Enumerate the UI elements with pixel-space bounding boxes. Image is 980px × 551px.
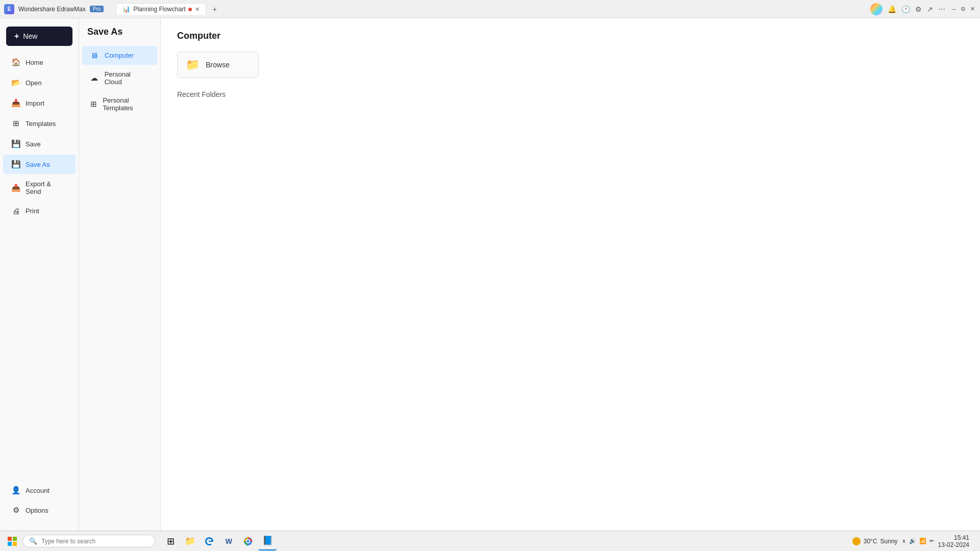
sidebar-item-options[interactable]: ⚙ Options (3, 500, 76, 520)
new-tab-button[interactable]: + (208, 3, 220, 15)
tray-arrow[interactable]: ∧ (902, 538, 906, 544)
tab-close-button[interactable]: ✕ (195, 6, 200, 13)
sidebar-item-print[interactable]: 🖨 Print (3, 202, 76, 220)
plus-icon: + (14, 32, 19, 41)
sidebar-item-import[interactable]: 📥 Import (3, 93, 76, 113)
sidebar-item-save[interactable]: 💾 Save (3, 134, 76, 154)
tabs-area: 📊 Planning Flowchart ✕ + (116, 3, 220, 15)
content-area: + New 🏠 Home 📂 Open 📥 Import ⊞ Templates… (0, 18, 980, 531)
computer-icon: 🖥 (90, 51, 100, 60)
app-logo: E (4, 4, 14, 14)
taskbar-edge-button[interactable] (200, 532, 218, 550)
sidebar-label-account: Account (26, 487, 50, 494)
temperature: 30°C (864, 538, 877, 545)
save-as-title: Save As (79, 27, 160, 45)
taskbar: 🔍 ⊞ 📁 W 📘 30°C Sunny (0, 531, 980, 551)
taskbar-chrome-button[interactable] (239, 532, 257, 550)
start-button[interactable] (4, 533, 20, 549)
tab-planning-flowchart[interactable]: 📊 Planning Flowchart ✕ (116, 3, 206, 15)
title-bar: E Wondershare EdrawMax Pro 📊 Planning Fl… (0, 0, 980, 18)
taskbar-edrawmax-button[interactable]: 📘 (258, 532, 277, 550)
windows-logo (8, 537, 17, 546)
clock-date: 13-02-2024 (938, 541, 969, 548)
sidebar-label-export: Export & Send (26, 180, 67, 195)
network-icon[interactable]: 📶 (919, 538, 926, 544)
import-icon: 📥 (11, 98, 20, 108)
svg-point-2 (247, 540, 250, 542)
browse-card[interactable]: 📁 Browse (177, 52, 259, 78)
print-icon: 🖨 (11, 207, 20, 215)
share-icon[interactable]: ↗ (926, 4, 934, 14)
sidebar-item-account[interactable]: 👤 Account (3, 481, 76, 500)
save-option-computer[interactable]: 🖥 Computer (82, 46, 157, 65)
browse-label: Browse (206, 61, 230, 69)
account-icon: 👤 (11, 486, 20, 495)
title-bar-left: E Wondershare EdrawMax Pro 📊 Planning Fl… (4, 3, 220, 15)
app-title: Wondershare EdrawMax (18, 6, 86, 13)
sidebar: + New 🏠 Home 📂 Open 📥 Import ⊞ Templates… (0, 18, 79, 531)
sidebar-label-save: Save (26, 140, 41, 148)
history-icon[interactable]: 🕐 (900, 4, 911, 14)
settings-icon[interactable]: ⚙ (914, 4, 923, 14)
save-option-personal-cloud[interactable]: ☁ Personal Cloud (82, 65, 157, 91)
weather-widget[interactable]: 30°C Sunny (852, 537, 898, 545)
sidebar-item-templates[interactable]: ⊞ Templates (3, 114, 76, 133)
save-option-personal-templates[interactable]: ⊞ Personal Templates (82, 91, 157, 117)
folder-icon: 📁 (186, 58, 200, 71)
save-as-icon: 💾 (11, 160, 20, 169)
notification-icon[interactable]: 🔔 (887, 4, 897, 14)
sidebar-item-save-as[interactable]: 💾 Save As (3, 155, 76, 174)
main-content-title: Computer (177, 31, 964, 41)
taskbar-file-explorer-button[interactable]: 📁 (181, 532, 199, 550)
sun-icon (852, 537, 861, 545)
options-icon: ⚙ (11, 506, 20, 515)
taskbar-apps: ⊞ 📁 W 📘 (161, 532, 277, 550)
export-icon: 📤 (11, 183, 20, 192)
save-option-cloud-label: Personal Cloud (105, 70, 149, 86)
save-icon: 💾 (11, 139, 20, 148)
recent-folders-title: Recent Folders (177, 90, 964, 98)
open-icon: 📂 (11, 78, 20, 87)
sidebar-label-import: Import (26, 99, 44, 107)
app-badge: Pro (90, 6, 104, 12)
show-desktop-button[interactable] (973, 533, 976, 549)
cloud-icon: ☁ (90, 73, 100, 83)
sidebar-item-open[interactable]: 📂 Open (3, 73, 76, 92)
weather-condition: Sunny (880, 538, 898, 545)
volume-icon[interactable]: 🔊 (909, 538, 916, 544)
minimize-button[interactable]: ─ (950, 6, 958, 13)
edit-icon[interactable]: ✏ (929, 538, 934, 544)
sidebar-bottom: 👤 Account ⚙ Options (0, 480, 79, 527)
tab-label: Planning Flowchart (133, 6, 185, 13)
taskbar-word-button[interactable]: W (219, 532, 238, 550)
tab-icon: 📊 (122, 6, 130, 13)
tab-unsaved-dot (188, 8, 192, 11)
maximize-button[interactable]: ⧉ (960, 6, 967, 13)
app-body: + New 🏠 Home 📂 Open 📥 Import ⊞ Templates… (0, 18, 980, 531)
window-controls: ─ ⧉ ✕ (950, 6, 976, 13)
new-button[interactable]: + New (6, 27, 72, 46)
clock[interactable]: 15:41 13-02-2024 (938, 534, 969, 548)
main-content: Computer 📁 Browse Recent Folders (161, 18, 980, 531)
topbar-right-icons: 🔔 🕐 ⚙ ↗ ⋯ (887, 4, 946, 14)
clock-time: 15:41 (938, 534, 969, 541)
sidebar-label-home: Home (26, 59, 43, 66)
save-option-computer-label: Computer (105, 52, 134, 59)
sidebar-item-home[interactable]: 🏠 Home (3, 53, 76, 72)
taskbar-right: 30°C Sunny ∧ 🔊 📶 ✏ 15:41 13-02-2024 (852, 533, 976, 549)
taskbar-widgets-button[interactable]: ⊞ (161, 532, 180, 550)
templates-icon: ⊞ (11, 119, 20, 128)
personal-templates-icon: ⊞ (90, 99, 97, 109)
new-label: New (23, 32, 37, 40)
search-input[interactable] (41, 538, 149, 545)
sidebar-item-export[interactable]: 📤 Export & Send (3, 175, 76, 201)
sidebar-label-save-as: Save As (26, 161, 50, 168)
taskbar-search-box[interactable]: 🔍 (22, 535, 155, 547)
sidebar-label-templates: Templates (26, 120, 56, 128)
more-icon[interactable]: ⋯ (937, 4, 946, 14)
middle-panel: Save As 🖥 Computer ☁ Personal Cloud ⊞ Pe… (79, 18, 161, 531)
home-icon: 🏠 (11, 58, 20, 67)
search-icon: 🔍 (29, 537, 37, 545)
avatar[interactable] (870, 3, 883, 15)
close-button[interactable]: ✕ (969, 6, 976, 13)
